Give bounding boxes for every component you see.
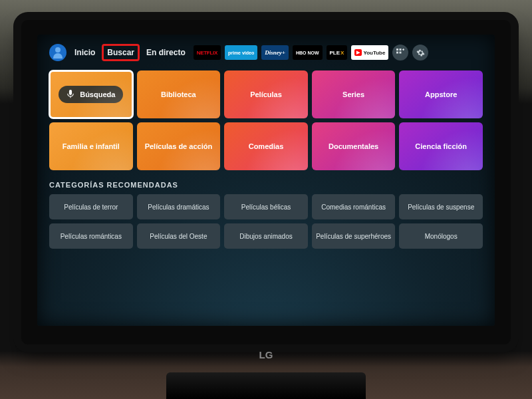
tile-documentales[interactable]: Documentales [312, 122, 396, 170]
svg-rect-0 [396, 49, 398, 51]
svg-rect-5 [403, 49, 404, 51]
settings-icon[interactable] [412, 45, 428, 61]
highlight-rect-icon [49, 70, 133, 118]
category-tiles-grid: Búsqueda Biblioteca Películas Series App… [49, 70, 483, 170]
tile-ciencia-ficcion[interactable]: Ciencia ficción [399, 122, 483, 170]
app-tile-hbonow[interactable]: HBO NOW [293, 45, 323, 60]
tile-series[interactable]: Series [312, 70, 396, 118]
top-nav-bar: Inicio Buscar En directo NETFLIX prime v… [49, 44, 483, 61]
tile-label: Películas [250, 90, 282, 98]
rec-tile[interactable]: Películas dramáticas [137, 194, 221, 219]
rec-tile[interactable]: Comedias románticas [312, 194, 396, 219]
rec-tile[interactable]: Dibujos animados [224, 223, 308, 249]
rec-tile[interactable]: Películas de terror [49, 194, 133, 219]
app-tile-disneyplus[interactable]: Disney+ [261, 45, 289, 60]
tile-peliculas-de-accion[interactable]: Películas de acción [137, 122, 221, 170]
tile-comedias[interactable]: Comedias [224, 122, 308, 170]
app-tile-youtube[interactable]: ▶YouTube [351, 45, 388, 60]
app-tile-netflix[interactable]: NETFLIX [194, 45, 221, 60]
nav-inicio[interactable]: Inicio [70, 45, 99, 60]
recommended-tiles-grid: Películas de terror Películas dramáticas… [49, 194, 483, 249]
nav-en-directo[interactable]: En directo [142, 45, 190, 60]
rec-tile[interactable]: Monólogos [399, 223, 483, 249]
tile-label: Películas de acción [145, 142, 213, 150]
rec-tile[interactable]: Películas del Oeste [137, 223, 221, 249]
tile-appstore[interactable]: Appstore [399, 70, 483, 118]
tile-peliculas[interactable]: Películas [224, 70, 308, 118]
rec-tile[interactable]: Películas bélicas [224, 194, 308, 219]
tv-screen: Inicio Buscar En directo NETFLIX prime v… [37, 35, 495, 326]
firetv-ui: Inicio Buscar En directo NETFLIX prime v… [49, 44, 483, 314]
apps-grid-icon[interactable] [392, 45, 408, 61]
app-tile-plex[interactable]: PLEX [327, 45, 348, 60]
profile-icon[interactable] [49, 44, 66, 61]
rec-tile[interactable]: Películas de suspense [399, 194, 483, 219]
rec-tile[interactable]: Películas de superhéroes [312, 223, 396, 249]
tile-label: Ciencia ficción [415, 142, 467, 150]
recommended-section-title: CATEGORÍAS RECOMENDADAS [49, 181, 483, 189]
tile-label: Comedias [249, 142, 284, 150]
nav-buscar[interactable]: Buscar [103, 45, 138, 60]
tile-label: Appstore [425, 90, 457, 98]
rec-tile[interactable]: Películas románticas [49, 223, 133, 249]
tile-biblioteca[interactable]: Biblioteca [137, 70, 221, 118]
tv-brand-logo: LG [259, 349, 273, 360]
tv-stand [166, 372, 366, 399]
svg-rect-2 [396, 52, 398, 54]
tile-familia-e-infantil[interactable]: Familia e infantil [49, 122, 133, 170]
svg-rect-1 [400, 49, 402, 51]
svg-rect-3 [400, 52, 402, 54]
app-tile-primevideo[interactable]: prime video [225, 45, 257, 60]
tile-busqueda[interactable]: Búsqueda [49, 70, 133, 118]
tile-label: Series [342, 90, 364, 98]
tile-label: Biblioteca [161, 90, 196, 98]
tile-label: Documentales [329, 142, 378, 150]
tile-label: Familia e infantil [63, 142, 120, 150]
